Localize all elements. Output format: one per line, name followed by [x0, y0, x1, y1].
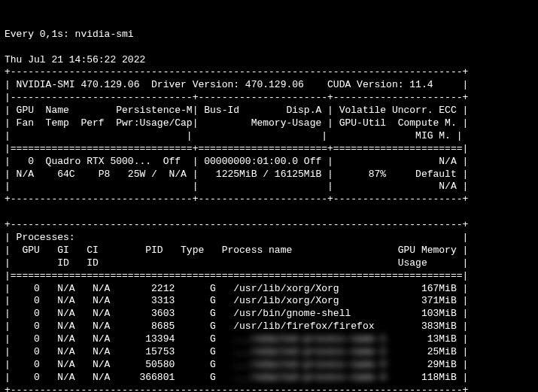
redacted-process-name: ...redacted-process-name-1	[233, 333, 409, 346]
redacted-process-name: ...redacted-process-name-3	[233, 359, 409, 372]
terminal-output: Every 0,1s: nvidia-smi Thu Jul 21 14:56:…	[5, 29, 533, 392]
redacted-process-name: ...redacted-process-name-4	[233, 372, 409, 384]
redacted-process-name: ...redacted-process-name-2	[233, 346, 409, 359]
